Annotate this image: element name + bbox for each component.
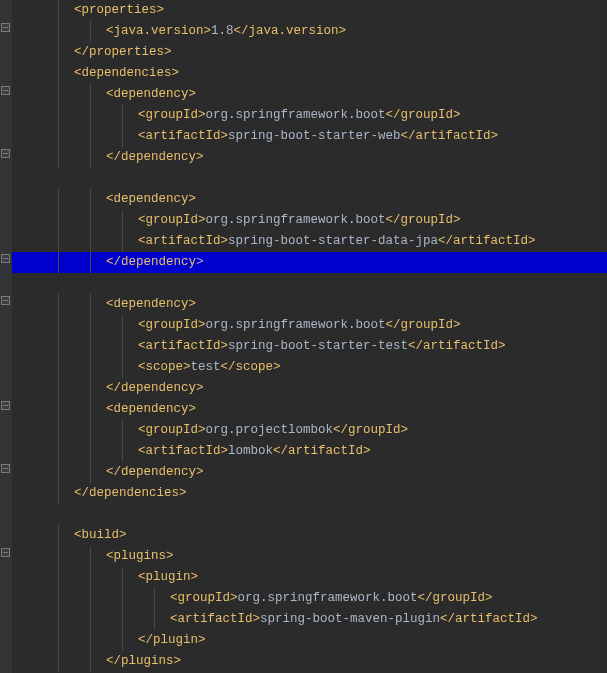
token-tag: </dependencies> — [74, 486, 187, 500]
code-line[interactable]: </dependency> — [12, 378, 607, 399]
code-line[interactable] — [12, 273, 607, 294]
code-line[interactable]: <dependencies> — [12, 63, 607, 84]
code-line[interactable]: </dependencies> — [12, 483, 607, 504]
token-tag: </plugins> — [106, 654, 181, 668]
token-tag: <artifactId> — [138, 339, 228, 353]
token-txt: spring-boot-starter-test — [228, 339, 408, 353]
token-tag: </artifactId> — [408, 339, 506, 353]
code-line[interactable]: <artifactId>spring-boot-starter-web</art… — [12, 126, 607, 147]
code-line[interactable]: <artifactId>spring-boot-starter-test</ar… — [12, 336, 607, 357]
fold-icon[interactable] — [1, 464, 10, 473]
fold-icon[interactable] — [1, 254, 10, 263]
token-tag: <plugin> — [138, 570, 198, 584]
token-tag: <artifactId> — [138, 234, 228, 248]
code-line[interactable]: <dependency> — [12, 84, 607, 105]
token-tag: </artifactId> — [438, 234, 536, 248]
token-txt: org.springframework.boot — [206, 318, 386, 332]
fold-icon[interactable] — [1, 23, 10, 32]
token-tag: </dependency> — [106, 150, 204, 164]
token-tag: <artifactId> — [138, 444, 228, 458]
code-line[interactable]: </properties> — [12, 42, 607, 63]
code-line[interactable]: <dependency> — [12, 399, 607, 420]
code-line[interactable] — [12, 168, 607, 189]
token-tag: <dependency> — [106, 297, 196, 311]
token-tag: <groupId> — [170, 591, 238, 605]
token-txt: test — [191, 360, 221, 374]
code-area[interactable]: <properties><java.version>1.8</java.vers… — [12, 0, 607, 673]
fold-icon[interactable] — [1, 86, 10, 95]
code-line[interactable]: </dependency> — [12, 462, 607, 483]
code-line[interactable]: <properties> — [12, 0, 607, 21]
token-txt: org.projectlombok — [206, 423, 334, 437]
token-tag: </groupId> — [418, 591, 493, 605]
token-tag: </artifactId> — [440, 612, 538, 626]
token-txt: org.springframework.boot — [206, 108, 386, 122]
token-tag: <groupId> — [138, 318, 206, 332]
token-tag: </groupId> — [386, 318, 461, 332]
code-line[interactable]: <java.version>1.8</java.version> — [12, 21, 607, 42]
code-line[interactable]: <artifactId>spring-boot-starter-data-jpa… — [12, 231, 607, 252]
token-tag: <build> — [74, 528, 127, 542]
token-txt: > — [196, 255, 204, 269]
code-line[interactable]: <build> — [12, 525, 607, 546]
token-tag: <properties> — [74, 3, 164, 17]
token-tag: <artifactId> — [170, 612, 260, 626]
token-tag: </plugin> — [138, 633, 206, 647]
token-txt: org.springframework.boot — [206, 213, 386, 227]
token-tag: <dependency> — [106, 87, 196, 101]
token-tag: <dependencies> — [74, 66, 179, 80]
token-tag: <dependency> — [106, 402, 196, 416]
code-line[interactable]: <groupId>org.springframework.boot</group… — [12, 210, 607, 231]
code-line[interactable] — [12, 504, 607, 525]
token-txt: spring-boot-starter-web — [228, 129, 401, 143]
code-editor[interactable]: <properties><java.version>1.8</java.vers… — [0, 0, 607, 673]
token-tag: <plugins> — [106, 549, 174, 563]
code-line[interactable]: <artifactId>spring-boot-maven-plugin</ar… — [12, 609, 607, 630]
token-tag: </dependency — [106, 255, 196, 269]
token-tag: </dependency> — [106, 381, 204, 395]
code-line[interactable]: </dependency> — [12, 252, 607, 273]
token-tag: <dependency> — [106, 192, 196, 206]
code-line[interactable]: <scope>test</scope> — [12, 357, 607, 378]
fold-icon[interactable] — [1, 401, 10, 410]
token-txt: lombok — [228, 444, 273, 458]
token-tag: </groupId> — [386, 213, 461, 227]
code-line[interactable]: </plugin> — [12, 630, 607, 651]
token-tag: <groupId> — [138, 213, 206, 227]
token-txt: org.springframework.boot — [238, 591, 418, 605]
fold-icon[interactable] — [1, 149, 10, 158]
token-tag: </properties> — [74, 45, 172, 59]
token-tag: </scope> — [221, 360, 281, 374]
fold-icon[interactable] — [1, 296, 10, 305]
token-txt: 1.8 — [211, 24, 234, 38]
token-tag: </artifactId> — [401, 129, 499, 143]
token-tag: </java.version> — [234, 24, 347, 38]
token-tag: </dependency> — [106, 465, 204, 479]
token-tag: </groupId> — [386, 108, 461, 122]
token-tag: <scope> — [138, 360, 191, 374]
code-line[interactable]: </plugins> — [12, 651, 607, 672]
gutter — [0, 0, 12, 673]
code-lines[interactable]: <properties><java.version>1.8</java.vers… — [12, 0, 607, 672]
token-tag: <artifactId> — [138, 129, 228, 143]
token-tag: <java.version> — [106, 24, 211, 38]
code-line[interactable]: <groupId>org.springframework.boot</group… — [12, 105, 607, 126]
code-line[interactable]: <groupId>org.projectlombok</groupId> — [12, 420, 607, 441]
token-tag: </groupId> — [333, 423, 408, 437]
fold-icon[interactable] — [1, 548, 10, 557]
code-line[interactable]: <dependency> — [12, 294, 607, 315]
code-line[interactable]: <artifactId>lombok</artifactId> — [12, 441, 607, 462]
token-txt: spring-boot-starter-data-jpa — [228, 234, 438, 248]
token-tag: <groupId> — [138, 423, 206, 437]
token-tag: </artifactId> — [273, 444, 371, 458]
token-txt: spring-boot-maven-plugin — [260, 612, 440, 626]
code-line[interactable]: <plugin> — [12, 567, 607, 588]
token-tag: <groupId> — [138, 108, 206, 122]
code-line[interactable]: <groupId>org.springframework.boot</group… — [12, 588, 607, 609]
code-line[interactable]: <dependency> — [12, 189, 607, 210]
code-line[interactable]: <groupId>org.springframework.boot</group… — [12, 315, 607, 336]
code-line[interactable]: </dependency> — [12, 147, 607, 168]
code-line[interactable]: <plugins> — [12, 546, 607, 567]
